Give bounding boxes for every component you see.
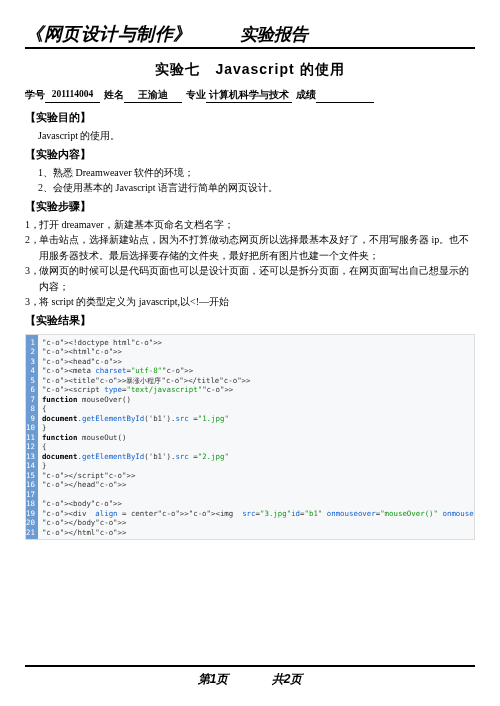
step-num: 2， xyxy=(25,232,39,263)
code-gutter: 123456789101112131415161718192021 xyxy=(26,335,38,539)
step-item: 2， 单击站点，选择新建站点，因为不打算做动态网页所以选择最基本及好了，不用写服… xyxy=(25,232,475,263)
footer-page-total: 共2页 xyxy=(272,671,303,688)
code-body: "c-o"><!doctype html"c-o">>"c-o"><html"c… xyxy=(38,335,475,539)
header-left: 《网页设计与制作》 xyxy=(25,22,192,46)
section-content-item: 1、熟悉 Dreamweaver 软件的环境； xyxy=(38,165,475,181)
step-item: 1， 打开 dreamaver，新建基本页命名文档名字； xyxy=(25,217,475,233)
section-purpose-heading: 【实验目的】 xyxy=(25,111,475,125)
label-major: 专业 xyxy=(186,89,206,103)
step-num: 1， xyxy=(25,217,39,233)
doc-header: 《网页设计与制作》 实验报告 xyxy=(25,22,475,46)
header-right: 实验报告 xyxy=(240,23,308,46)
value-score xyxy=(316,89,374,103)
section-steps-heading: 【实验步骤】 xyxy=(25,200,475,214)
step-item: 3， 做网页的时候可以是代码页面也可以是设计页面，还可以是拆分页面，在网页面写出… xyxy=(25,263,475,294)
doc-footer: 第1页 共2页 xyxy=(25,664,475,688)
section-result-heading: 【实验结果】 xyxy=(25,314,475,328)
doc-title: 实验七 Javascript 的使用 xyxy=(25,61,475,79)
label-score: 成绩 xyxy=(296,89,316,103)
step-text: 做网页的时候可以是代码页面也可以是设计页面，还可以是拆分页面，在网页面写出自己想… xyxy=(39,263,475,294)
code-screenshot: 123456789101112131415161718192021 "c-o">… xyxy=(25,334,475,540)
meta-line: 学号 201114004 姓名 王渝迪 专业 计算机科学与技术 成绩 xyxy=(25,89,475,103)
step-item: 3， 将 script 的类型定义为 javascript,以<!—开始 xyxy=(25,294,475,310)
footer-rule xyxy=(25,665,475,667)
step-text: 打开 dreamaver，新建基本页命名文档名字； xyxy=(39,217,475,233)
label-name: 姓名 xyxy=(104,89,124,103)
value-name: 王渝迪 xyxy=(124,89,182,103)
header-rule xyxy=(25,47,475,49)
section-content-heading: 【实验内容】 xyxy=(25,148,475,162)
value-major: 计算机科学与技术 xyxy=(206,89,292,103)
value-student-id: 201114004 xyxy=(45,89,100,103)
step-num: 3， xyxy=(25,263,39,294)
section-content-item: 2、会使用基本的 Javascript 语言进行简单的网页设计。 xyxy=(38,180,475,196)
section-purpose-text: Javascript 的使用。 xyxy=(38,128,475,144)
label-student-id: 学号 xyxy=(25,89,45,103)
step-num: 3， xyxy=(25,294,39,310)
step-text: 单击站点，选择新建站点，因为不打算做动态网页所以选择最基本及好了，不用写服务器 … xyxy=(39,232,475,263)
footer-page-current: 第1页 xyxy=(198,671,229,688)
step-text: 将 script 的类型定义为 javascript,以<!—开始 xyxy=(39,294,475,310)
